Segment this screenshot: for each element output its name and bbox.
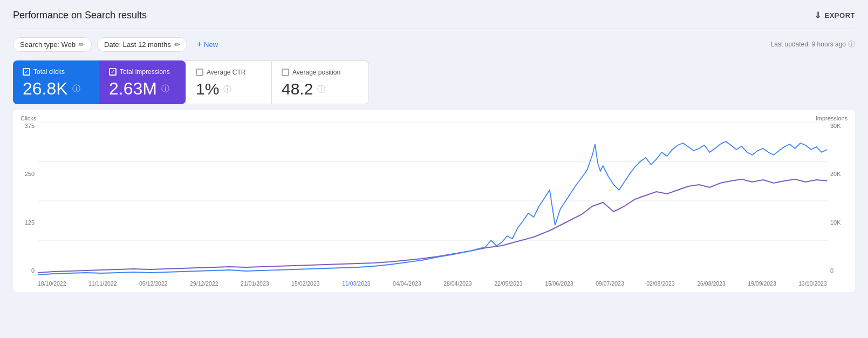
impressions-value: 2.63M ⓘ <box>109 79 175 99</box>
new-label: New <box>204 40 218 49</box>
metric-card-total-impressions[interactable]: Total impressions 2.63M ⓘ <box>99 60 186 104</box>
x-tick-2: 05/12/2022 <box>139 280 168 287</box>
impressions-label: Total impressions <box>120 68 170 76</box>
metric-header-ctr: Average CTR <box>196 69 261 76</box>
x-tick-1: 11/11/2022 <box>88 280 117 287</box>
chart-axis-labels: Clicks Impressions <box>20 115 848 121</box>
help-icon: ⓘ <box>848 39 855 49</box>
x-tick-4: 21/01/2023 <box>241 280 269 287</box>
filter-left: Search type: Web ✏ Date: Last 12 months … <box>13 37 222 52</box>
x-tick-3: 29/12/2022 <box>190 280 218 287</box>
last-updated-text: Last updated: 9 hours ago <box>771 40 846 48</box>
main-container: Performance on Search results ⇓ EXPORT S… <box>0 0 868 298</box>
clicks-label: Total clicks <box>33 68 65 76</box>
clicks-value: 26.8K ⓘ <box>23 79 88 99</box>
y-right-tick-2: 10K <box>830 219 848 226</box>
new-button[interactable]: + New <box>193 37 222 52</box>
chart-svg <box>38 123 827 279</box>
metrics-row: Total clicks 26.8K ⓘ Total impressions 2… <box>13 60 855 104</box>
x-tick-10: 15/06/2023 <box>545 280 573 287</box>
x-tick-5: 15/02/2023 <box>291 280 320 287</box>
impressions-checkbox[interactable] <box>109 68 117 76</box>
x-tick-8: 28/04/2023 <box>443 280 472 287</box>
y-right-tick-0: 30K <box>830 123 848 129</box>
ctr-value: 1% ⓘ <box>196 80 261 98</box>
y-axis-left-label: Clicks <box>20 115 36 121</box>
x-tick-9: 22/05/2023 <box>494 280 523 287</box>
search-type-edit-icon: ✏ <box>79 40 85 49</box>
clicks-help-icon[interactable]: ⓘ <box>72 84 80 94</box>
export-icon: ⇓ <box>814 10 822 21</box>
position-help-icon[interactable]: ⓘ <box>317 84 325 94</box>
last-updated: Last updated: 9 hours ago ⓘ <box>771 39 855 49</box>
y-axis-left: 375 250 125 0 <box>20 123 38 287</box>
clicks-checkbox[interactable] <box>23 68 30 76</box>
y-left-tick-1: 250 <box>20 171 35 177</box>
y-left-tick-2: 125 <box>20 219 35 226</box>
y-axis-right-label: Impressions <box>816 115 848 121</box>
y-left-tick-0: 375 <box>20 123 35 129</box>
header-divider <box>13 29 855 29</box>
page-title: Performance on Search results <box>13 10 147 21</box>
position-value: 48.2 ⓘ <box>282 80 358 98</box>
x-tick-7: 04/04/2023 <box>393 280 421 287</box>
x-tick-13: 26/08/2023 <box>697 280 726 287</box>
metric-card-ctr[interactable]: Average CTR 1% ⓘ <box>186 60 272 104</box>
search-type-filter[interactable]: Search type: Web ✏ <box>13 37 92 52</box>
metric-card-position[interactable]: Average position 48.2 ⓘ <box>272 60 369 104</box>
search-type-label: Search type: Web <box>20 40 76 49</box>
export-label: EXPORT <box>825 11 855 19</box>
y-axis-right: 30K 20K 10K 0 <box>827 123 848 287</box>
ctr-label: Average CTR <box>207 69 245 76</box>
chart-svg-wrapper: 18/10/2022 11/11/2022 05/12/2022 29/12/2… <box>38 123 827 287</box>
metric-card-total-clicks[interactable]: Total clicks 26.8K ⓘ <box>13 60 99 104</box>
y-right-tick-3: 0 <box>830 267 848 274</box>
x-tick-0: 18/10/2022 <box>38 280 66 287</box>
x-tick-14: 19/09/2023 <box>748 280 776 287</box>
metric-header-impressions: Total impressions <box>109 68 175 76</box>
y-right-tick-1: 20K <box>830 171 848 177</box>
x-axis-labels: 18/10/2022 11/11/2022 05/12/2022 29/12/2… <box>38 280 827 287</box>
header-row: Performance on Search results ⇓ EXPORT <box>13 10 855 21</box>
metric-header-position: Average position <box>282 69 358 76</box>
plus-icon: + <box>197 39 202 49</box>
metric-header-clicks: Total clicks <box>23 68 88 76</box>
position-label: Average position <box>292 69 340 76</box>
date-filter[interactable]: Date: Last 12 months ✏ <box>97 37 187 52</box>
chart-inner: 375 250 125 0 <box>20 123 848 287</box>
position-checkbox[interactable] <box>282 69 289 76</box>
y-left-tick-3: 0 <box>20 267 35 274</box>
date-edit-icon: ✏ <box>174 40 180 49</box>
x-tick-15: 13/10/2023 <box>798 280 827 287</box>
impressions-help-icon[interactable]: ⓘ <box>161 84 169 94</box>
ctr-help-icon[interactable]: ⓘ <box>223 84 231 94</box>
export-button[interactable]: ⇓ EXPORT <box>814 10 855 21</box>
x-tick-6: 11/03/2023 <box>342 280 371 287</box>
ctr-checkbox[interactable] <box>196 69 203 76</box>
date-label: Date: Last 12 months <box>104 40 171 49</box>
filter-row: Search type: Web ✏ Date: Last 12 months … <box>13 37 855 52</box>
chart-container: Clicks Impressions 375 250 125 0 <box>13 110 855 292</box>
content-area: Total clicks 26.8K ⓘ Total impressions 2… <box>13 60 855 292</box>
x-tick-12: 02/08/2023 <box>646 280 675 287</box>
x-tick-11: 09/07/2023 <box>596 280 624 287</box>
